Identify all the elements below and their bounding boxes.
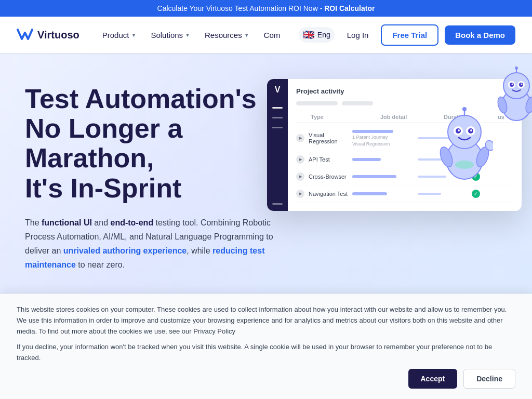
play-button[interactable]: ▶ xyxy=(296,134,304,142)
svg-point-20 xyxy=(455,161,474,169)
login-button[interactable]: Log In xyxy=(341,26,375,44)
nav-resources[interactable]: Resources ▼ xyxy=(198,26,256,44)
nav-right: 🇬🇧 Eng Log In Free Trial Book a Demo xyxy=(299,24,515,46)
status-check: ✓ xyxy=(472,190,480,198)
svg-point-1 xyxy=(503,73,529,99)
logo[interactable]: Virtuoso xyxy=(17,28,79,42)
sidebar-logo: V xyxy=(275,85,281,95)
chevron-down-icon: ▼ xyxy=(131,32,136,38)
chevron-down-icon: ▼ xyxy=(244,32,249,38)
svg-point-6 xyxy=(512,84,513,85)
nav-com[interactable]: Com xyxy=(258,26,287,44)
svg-point-7 xyxy=(521,84,523,85)
free-trial-button[interactable]: Free Trial xyxy=(381,24,438,46)
language-selector[interactable]: 🇬🇧 Eng xyxy=(299,27,335,43)
play-button[interactable]: ▶ xyxy=(296,190,304,198)
flag-icon: 🇬🇧 xyxy=(303,29,314,41)
table-row: ▶ Navigation Test ✓ xyxy=(296,185,513,203)
col-type: Type xyxy=(311,114,378,120)
cookie-buttons: Accept Decline xyxy=(17,369,515,389)
hero-image: V Project activity Type xyxy=(251,63,532,313)
svg-point-25 xyxy=(462,107,467,111)
top-banner: Calculate Your Virtuoso Test Automation … xyxy=(0,0,532,17)
svg-point-13 xyxy=(448,115,481,149)
logo-text: Virtuoso xyxy=(37,29,79,41)
col-jobdetail: Job detail xyxy=(380,114,442,120)
robot-center xyxy=(436,105,493,183)
nav-product[interactable]: Product ▼ xyxy=(96,26,143,44)
play-button[interactable]: ▶ xyxy=(296,155,304,164)
nav-solutions[interactable]: Solutions ▼ xyxy=(144,26,196,44)
cookie-banner: This website stores cookies on your comp… xyxy=(0,294,532,399)
chevron-down-icon: ▼ xyxy=(185,32,190,38)
logo-icon xyxy=(17,28,33,42)
dashboard-title: Project activity xyxy=(296,87,513,95)
cookie-text-2: If you decline, your information won't b… xyxy=(17,342,515,364)
play-button[interactable]: ▶ xyxy=(296,172,304,181)
svg-point-11 xyxy=(515,66,518,70)
navbar: Virtuoso Product ▼ Solutions ▼ Resources… xyxy=(0,17,532,53)
accept-button[interactable]: Accept xyxy=(408,369,458,389)
hero-title: Test Automation's No Longer a Marathon, … xyxy=(25,84,274,203)
svg-point-18 xyxy=(458,129,460,131)
nav-links: Product ▼ Solutions ▼ Resources ▼ Com xyxy=(96,26,299,44)
svg-point-19 xyxy=(470,129,472,131)
roi-calculator-link[interactable]: ROI Calculator xyxy=(324,4,375,12)
banner-text: Calculate Your Virtuoso Test Automation … xyxy=(157,4,325,12)
book-demo-button[interactable]: Book a Demo xyxy=(445,25,515,45)
hero-description: The functional UI and end-to-end testing… xyxy=(25,216,274,272)
hero-content: Test Automation's No Longer a Marathon, … xyxy=(25,84,274,272)
robot-right xyxy=(493,66,532,123)
decline-button[interactable]: Decline xyxy=(463,369,515,389)
cookie-text-1: This website stores cookies on your comp… xyxy=(17,304,515,337)
